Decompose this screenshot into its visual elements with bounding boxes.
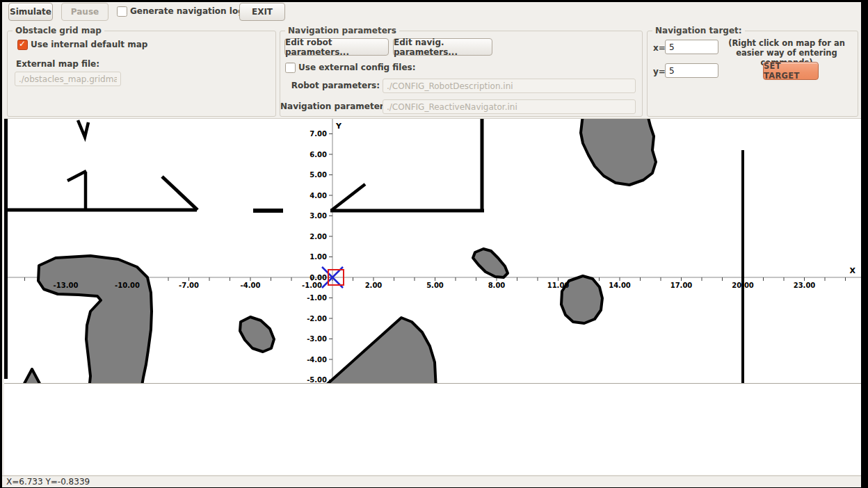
obstacle-blob-large-left	[38, 256, 152, 384]
external-map-file-label: External map file:	[16, 59, 99, 69]
y-tick-label: 2.00	[310, 233, 327, 241]
use-external-config-checkbox[interactable]	[285, 63, 296, 73]
simulate-button[interactable]: Simulate	[8, 3, 53, 21]
obstacle-blob-top-right	[581, 119, 656, 185]
x-tick-label: 20.00	[732, 282, 754, 289]
wall-v-shape	[78, 120, 88, 137]
lower-empty-panel	[4, 384, 861, 475]
use-internal-map-checkbox[interactable]	[17, 40, 28, 50]
edit-robot-parameters-button[interactable]: Edit robot parameters...	[284, 38, 389, 56]
navig-parameters-input[interactable]	[383, 99, 636, 114]
x-tick-label: -1.00	[302, 282, 322, 289]
x-tick-label: -13.00	[54, 282, 79, 289]
robot-parameters-label: Robot parameters:	[280, 81, 380, 90]
use-internal-map-label: Use internal default map	[31, 40, 147, 49]
axis-tick-labels: -13.00-10.00-7.00-4.00-1.002.005.008.001…	[54, 130, 816, 384]
external-map-file-input[interactable]	[15, 72, 121, 86]
x-tick-label: 17.00	[670, 282, 693, 289]
target-y-label: y=	[653, 67, 666, 76]
y-tick-label: -4.00	[307, 356, 327, 364]
map-panel: -13.00-10.00-7.00-4.00-1.002.005.008.001…	[4, 118, 861, 384]
wall-left-boundary	[4, 119, 8, 379]
y-tick-label: 4.00	[310, 192, 327, 200]
x-tick-label: -7.00	[179, 282, 199, 289]
wall-mid-diagonal	[331, 184, 365, 211]
navig-parameters-label: Navigation parameters:	[280, 101, 380, 111]
obstacle-triangle-bottom-left	[21, 369, 43, 384]
obstacle-grid-map-group: Obstacle grid map Use internal default m…	[7, 31, 276, 117]
target-x-label: x=	[653, 43, 666, 53]
pause-button[interactable]: Pause	[61, 3, 108, 21]
edit-navig-parameters-button[interactable]: Edit navig. parameters...	[393, 38, 492, 56]
robot-parameters-input[interactable]	[383, 79, 636, 93]
cursor-coordinates: X=6.733 Y=-0.8339	[2, 477, 90, 487]
navigation-parameters-title: Navigation parameters	[285, 26, 399, 35]
wall-stub-diagonal	[67, 171, 86, 181]
y-tick-label: 3.00	[310, 212, 327, 220]
x-tick-label: 5.00	[426, 282, 444, 289]
x-axis-letter: X	[850, 266, 856, 275]
y-tick-label: -1.00	[307, 294, 327, 302]
wall-diagonal-left	[162, 177, 198, 210]
y-tick-label: 5.00	[310, 171, 327, 179]
x-tick-label: -10.00	[115, 282, 140, 289]
y-axis-letter: Y	[335, 122, 342, 131]
y-tick-label: 7.00	[310, 130, 327, 138]
navigation-parameters-group: Navigation parameters Edit robot paramet…	[280, 31, 643, 117]
y-tick-label: 6.00	[310, 151, 327, 158]
target-x-input[interactable]	[665, 40, 718, 54]
target-y-input[interactable]	[665, 63, 718, 78]
obstacle-bean-small	[240, 317, 274, 352]
x-tick-label: 23.00	[794, 282, 816, 289]
x-tick-label: 8.00	[488, 282, 506, 289]
use-external-config-label: Use external config files:	[298, 63, 415, 72]
exit-button[interactable]: EXIT	[239, 3, 285, 21]
y-tick-label: 0.00	[310, 274, 327, 282]
obstacle-mountain-bottom	[321, 318, 436, 384]
hint-line1: (Right click on map for an	[728, 38, 845, 48]
set-target-button[interactable]: SET TARGET	[763, 62, 819, 80]
navigation-target-title: Navigation target:	[652, 26, 745, 35]
navigation-target-group: Navigation target: x= y= (Right click on…	[647, 31, 858, 117]
obstacle-grid-map-title: Obstacle grid map	[13, 26, 104, 35]
app-screen: Simulate Pause Generate navigation log f…	[0, 0, 868, 488]
y-tick-label: 1.00	[310, 253, 327, 261]
obstacle-bean-above-axis	[473, 249, 508, 277]
x-tick-label: 2.00	[365, 282, 383, 289]
x-tick-label: -4.00	[241, 282, 261, 289]
map-canvas[interactable]: -13.00-10.00-7.00-4.00-1.002.005.008.001…	[4, 119, 861, 384]
x-tick-label: 11.00	[547, 282, 570, 289]
y-tick-label: -2.00	[307, 315, 327, 323]
generate-log-checkbox[interactable]	[117, 6, 127, 17]
map-obstacles	[21, 119, 656, 384]
x-tick-label: 14.00	[609, 282, 631, 289]
status-bar: X=6.733 Y=-0.8339	[2, 475, 861, 487]
y-tick-label: -3.00	[307, 335, 327, 343]
